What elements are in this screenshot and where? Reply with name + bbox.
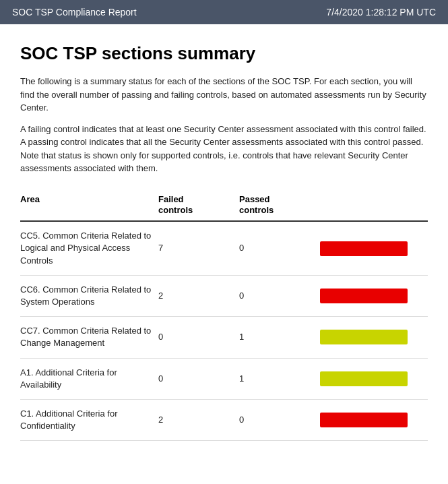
table-header: Area Failedcontrols Passedcontrols (20, 194, 428, 222)
table-row: CC6. Common Criteria Related to System O… (20, 276, 428, 317)
table-row: A1. Additional Criteria for Availability… (20, 359, 428, 400)
row-bar (320, 289, 408, 303)
row-failed: 2 (158, 290, 239, 302)
row-bar (320, 330, 408, 344)
row-passed: 0 (239, 242, 320, 254)
row-area: CC5. Common Criteria Related to Logical … (20, 230, 158, 267)
description-1: The following is a summary status for ea… (20, 75, 428, 115)
col-passed: Passedcontrols (239, 194, 320, 217)
main-content: SOC TSP sections summary The following i… (0, 24, 448, 461)
row-passed: 1 (239, 331, 320, 343)
summary-table: Area Failedcontrols Passedcontrols CC5. … (20, 194, 428, 442)
col-failed: Failedcontrols (158, 194, 239, 217)
row-bar-cell (320, 330, 428, 344)
page-title: SOC TSP sections summary (20, 43, 428, 64)
row-passed: 1 (239, 373, 320, 385)
row-failed: 7 (158, 242, 239, 254)
row-bar-cell (320, 413, 428, 427)
col-bar (320, 194, 428, 217)
table-row: C1. Additional Criteria for Confidential… (20, 400, 428, 441)
table-row: CC7. Common Criteria Related to Change M… (20, 317, 428, 358)
row-bar (320, 241, 408, 256)
row-passed: 0 (239, 414, 320, 426)
row-bar-cell (320, 241, 428, 256)
row-passed: 0 (239, 290, 320, 302)
row-failed: 0 (158, 331, 239, 343)
row-bar-cell (320, 371, 428, 386)
description-2: A failing control indicates that at leas… (20, 123, 428, 175)
row-bar (320, 371, 408, 386)
row-failed: 2 (158, 414, 239, 426)
row-failed: 0 (158, 373, 239, 385)
row-bar (320, 413, 408, 427)
col-area: Area (20, 194, 158, 217)
row-area: C1. Additional Criteria for Confidential… (20, 408, 158, 432)
report-timestamp: 7/4/2020 1:28:12 PM UTC (326, 7, 436, 18)
row-area: CC7. Common Criteria Related to Change M… (20, 325, 158, 349)
table-body: CC5. Common Criteria Related to Logical … (20, 222, 428, 441)
report-header: SOC TSP Compliance Report 7/4/2020 1:28:… (0, 0, 448, 24)
report-title: SOC TSP Compliance Report (12, 7, 137, 18)
row-bar-cell (320, 289, 428, 303)
table-row: CC5. Common Criteria Related to Logical … (20, 222, 428, 276)
row-area: CC6. Common Criteria Related to System O… (20, 284, 158, 308)
row-area: A1. Additional Criteria for Availability (20, 367, 158, 391)
